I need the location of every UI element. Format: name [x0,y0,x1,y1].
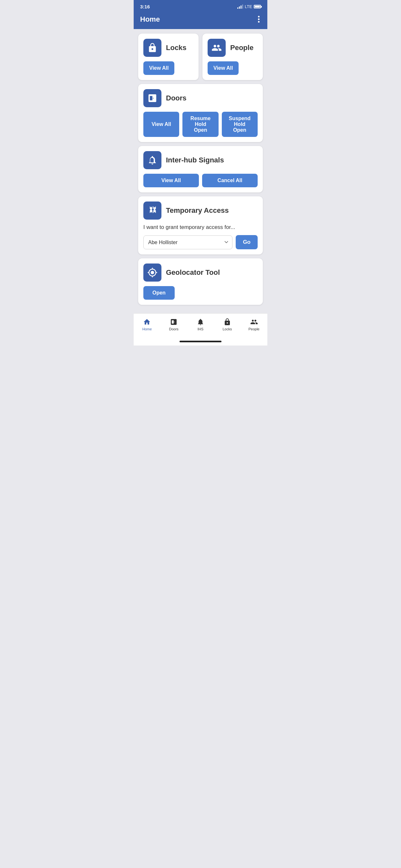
home-indicator-bar [180,341,221,342]
locks-card: Locks View All [138,34,198,80]
home-nav-icon [143,318,151,326]
locks-card-title: Locks [166,43,187,52]
nav-label-home: Home [143,327,152,331]
temporary-access-card: Temporary Access I want to grant tempora… [138,196,263,254]
ihs-nav-icon [197,318,204,326]
people-icon [208,39,226,57]
status-bar: 3:16 LTE [134,0,267,12]
home-indicator [134,339,267,345]
nav-label-ihs: IHS [197,327,204,331]
geolocator-card-header: Geolocator Tool [143,264,258,282]
locks-icon [143,39,161,57]
locks-view-all-button[interactable]: View All [143,61,174,75]
temp-access-card-title: Temporary Access [166,206,228,215]
app-header: Home [134,12,267,29]
go-button[interactable]: Go [236,235,258,249]
nav-item-people[interactable]: People [241,316,267,333]
locks-people-row: Locks View All People View All [138,34,263,80]
people-nav-icon [250,318,258,326]
doors-icon [143,89,161,107]
locks-nav-icon [223,318,231,326]
interhub-signals-card: Inter-hub Signals View All Cancel All [138,146,263,192]
interhub-card-header: Inter-hub Signals [143,151,258,169]
signal-icon [237,4,243,9]
doors-card-title: Doors [166,94,187,102]
interhub-buttons: View All Cancel All [143,174,258,187]
temp-access-controls: Abe Hollister Jane Smith John Doe Go [143,235,258,249]
temp-access-card-header: Temporary Access [143,202,258,220]
doors-buttons: View All Resume Hold Open Suspend Hold O… [143,112,258,137]
geolocator-open-button[interactable]: Open [143,286,175,300]
more-options-button[interactable] [257,14,261,24]
nav-item-home[interactable]: Home [134,316,160,333]
people-card-header: People [208,39,258,57]
doors-resume-hold-open-button[interactable]: Resume Hold Open [182,112,218,137]
page-title: Home [140,15,160,24]
main-content: Locks View All People View All [134,29,267,313]
doors-view-all-button[interactable]: View All [143,112,179,137]
status-time: 3:16 [140,4,150,9]
doors-card-header: Doors [143,89,258,107]
interhub-icon [143,151,161,169]
battery-icon [254,5,261,8]
geolocator-icon [143,264,161,282]
nav-label-doors: Doors [169,327,179,331]
nav-item-ihs[interactable]: IHS [187,316,214,333]
interhub-card-title: Inter-hub Signals [166,156,224,164]
person-select[interactable]: Abe Hollister Jane Smith John Doe [143,236,233,249]
doors-nav-icon [170,318,178,326]
locks-card-header: Locks [143,39,193,57]
interhub-cancel-all-button[interactable]: Cancel All [202,174,258,187]
people-card-title: People [230,43,253,52]
nav-label-people: People [248,327,259,331]
status-right: LTE [237,4,261,9]
people-view-all-button[interactable]: View All [208,61,239,75]
nav-item-doors[interactable]: Doors [160,316,187,333]
geolocator-card: Geolocator Tool Open [138,258,263,305]
bottom-nav: Home Doors IHS Locks People [134,313,267,339]
geolocator-card-title: Geolocator Tool [166,268,220,277]
nav-item-locks[interactable]: Locks [214,316,241,333]
interhub-view-all-button[interactable]: View All [143,174,199,187]
carrier-label: LTE [245,4,252,9]
doors-suspend-hold-open-button[interactable]: Suspend Hold Open [222,112,258,137]
nav-label-locks: Locks [222,327,232,331]
temp-access-icon [143,202,161,220]
doors-card: Doors View All Resume Hold Open Suspend … [138,84,263,142]
temp-access-description: I want to grant temporary access for... [143,224,258,230]
people-card: People View All [203,34,263,80]
